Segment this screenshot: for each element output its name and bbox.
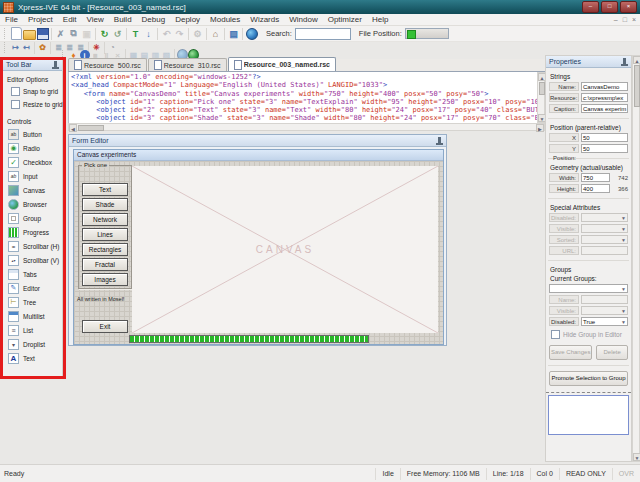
refresh-icon[interactable]: ↻ [98, 27, 111, 40]
compile-icon[interactable]: T [129, 27, 142, 40]
tab-Resource_500.rsc[interactable]: Resource_500.rsc [68, 58, 147, 71]
current-groups-dropdown[interactable]: ▼ [549, 284, 628, 293]
menu-help[interactable]: Help [367, 15, 393, 24]
hide-group-option[interactable]: Hide Group in Editor [551, 329, 631, 339]
control-group[interactable]: Group [8, 211, 62, 225]
palette-icon[interactable]: ✿ [37, 42, 48, 53]
form-button-images[interactable]: Images [82, 273, 128, 286]
undo-icon[interactable]: ↶ [160, 27, 173, 40]
control-progress[interactable]: Progress [8, 225, 62, 239]
save-icon[interactable] [36, 27, 49, 40]
scroll-thumb[interactable] [634, 65, 640, 107]
code-horizontal-scrollbar[interactable]: ◀ ▶ [68, 123, 545, 131]
form-title-bar[interactable]: Canvas experiments [74, 150, 443, 161]
height-input[interactable]: 400 [581, 184, 610, 193]
form-button-text[interactable]: Text [82, 183, 128, 196]
sorted-dropdown[interactable]: ▼ [581, 235, 628, 244]
checkbox-icon[interactable] [11, 87, 20, 96]
tab-Resource_310.rsc[interactable]: Resource_310.rsc [148, 58, 227, 71]
control-scrollbar-v-[interactable]: ▴▾Scrollbar (V) [8, 253, 62, 267]
maximize-button[interactable]: □ [601, 1, 618, 13]
form-progress-bar[interactable] [129, 335, 369, 343]
bank-icon[interactable]: ⌂ [209, 27, 222, 40]
control-tabs[interactable]: Tabs [8, 267, 62, 281]
visible-dropdown[interactable]: ▼ [581, 224, 628, 233]
scroll-up-icon[interactable]: ▲ [633, 56, 640, 64]
control-scrollbar-h-[interactable]: ◂▸Scrollbar (H) [8, 239, 62, 253]
properties-scrollbar[interactable]: ▲ ▼ [632, 55, 640, 462]
name-input[interactable]: CanvasDemo [581, 82, 628, 91]
width-input[interactable]: 750 [581, 173, 610, 182]
menu-modules[interactable]: Modules [205, 15, 245, 24]
cut-icon[interactable]: ✗ [54, 27, 67, 40]
tab-Resource_003_named.rsc[interactable]: Resource_003_named.rsc [228, 57, 336, 71]
checkbox-icon[interactable] [551, 330, 560, 339]
toolbar-grip[interactable] [4, 28, 7, 39]
pin-icon[interactable] [623, 58, 626, 65]
option-snap-to-grid[interactable]: Snap to grid [11, 86, 62, 96]
menu-edit[interactable]: Edit [58, 15, 82, 24]
code-vertical-scrollbar[interactable]: ▲ ▼ [537, 72, 545, 123]
control-checkbox[interactable]: ✓Checkbox [8, 155, 62, 169]
form-canvas-placeholder[interactable]: CANVAS [132, 166, 438, 333]
form-button-shade[interactable]: Shade [82, 198, 128, 211]
group-visible-dropdown[interactable]: ▼ [581, 306, 628, 315]
reload-icon[interactable]: ↺ [111, 27, 124, 40]
form-button-exit[interactable]: Exit [82, 320, 128, 333]
form-design-grid[interactable]: Pick one TextShadeNetworkLinesRectangles… [74, 161, 443, 344]
control-browser[interactable]: Browser [8, 197, 62, 211]
save-changes-button[interactable]: Save Changes [549, 345, 592, 360]
form-note-label[interactable]: All written in Mosel! [77, 296, 135, 302]
checkbox-icon[interactable] [11, 100, 20, 109]
help-globe-icon[interactable] [245, 27, 258, 40]
group-disabled-dropdown[interactable]: True▼ [581, 317, 628, 326]
url-dropdown[interactable] [581, 246, 628, 255]
scroll-left-icon[interactable]: ◀ [69, 124, 77, 132]
control-canvas[interactable]: Canvas [8, 183, 62, 197]
scroll-thumb[interactable] [78, 125, 104, 131]
y-position-input[interactable]: 50 [581, 144, 628, 153]
control-input[interactable]: abInput [8, 169, 62, 183]
x-position-input[interactable]: 50 [581, 133, 628, 142]
control-button[interactable]: abButton [8, 127, 62, 141]
menu-view[interactable]: View [82, 15, 109, 24]
promote-selection-button[interactable]: Promote Selection to Group [549, 371, 628, 386]
run-icon[interactable]: ↓ [142, 27, 155, 40]
menu-deploy[interactable]: Deploy [170, 15, 205, 24]
menu-optimizer[interactable]: Optimizer [323, 15, 367, 24]
control-text[interactable]: AText [8, 351, 62, 365]
paste-icon[interactable]: ▣ [80, 27, 93, 40]
pin-icon[interactable] [54, 61, 57, 68]
scroll-right-icon[interactable]: ▶ [536, 124, 544, 132]
copy-icon[interactable]: ⧉ [67, 27, 80, 40]
delete-button[interactable]: Delete [596, 345, 628, 360]
file-position-thumb[interactable] [407, 30, 416, 39]
open-file-icon[interactable] [23, 27, 36, 40]
form-button-fractal[interactable]: Fractal [82, 258, 128, 271]
control-droplist[interactable]: ▾Droplist [8, 337, 62, 351]
menu-project[interactable]: Project [23, 15, 58, 24]
pin-icon[interactable] [438, 137, 441, 144]
designed-form-window[interactable]: Canvas experiments Pick one TextShadeNet… [73, 149, 444, 345]
control-tree[interactable]: ⊢Tree [8, 295, 62, 309]
option-resize-to-grid[interactable]: Resize to grid [11, 99, 62, 109]
mdi-restore-icon[interactable]: □ [623, 16, 627, 23]
toolbar-grip[interactable] [4, 42, 7, 53]
control-multilist[interactable]: Multilist [8, 309, 62, 323]
tools-icon[interactable]: ⚙ [191, 27, 204, 40]
close-button[interactable]: × [620, 1, 637, 13]
redo-icon[interactable]: ↷ [173, 27, 186, 40]
file-position-slider[interactable] [405, 28, 449, 39]
form-button-network[interactable]: Network [82, 213, 128, 226]
goto-next-bookmark-icon[interactable]: ↦ [10, 42, 21, 53]
window-layout-icon[interactable]: ▤ [227, 27, 240, 40]
group-name-input[interactable] [581, 295, 628, 304]
control-radio[interactable]: ◉Radio [8, 141, 62, 155]
menu-window[interactable]: Window [284, 15, 322, 24]
menu-file[interactable]: File [0, 15, 23, 24]
control-list[interactable]: ≡List [8, 323, 62, 337]
control-editor[interactable]: ✎Editor [8, 281, 62, 295]
caption-input[interactable]: Canvas experim [581, 104, 628, 113]
mdi-minimize-icon[interactable]: – [614, 16, 618, 23]
mdi-close-icon[interactable]: × [632, 16, 636, 23]
